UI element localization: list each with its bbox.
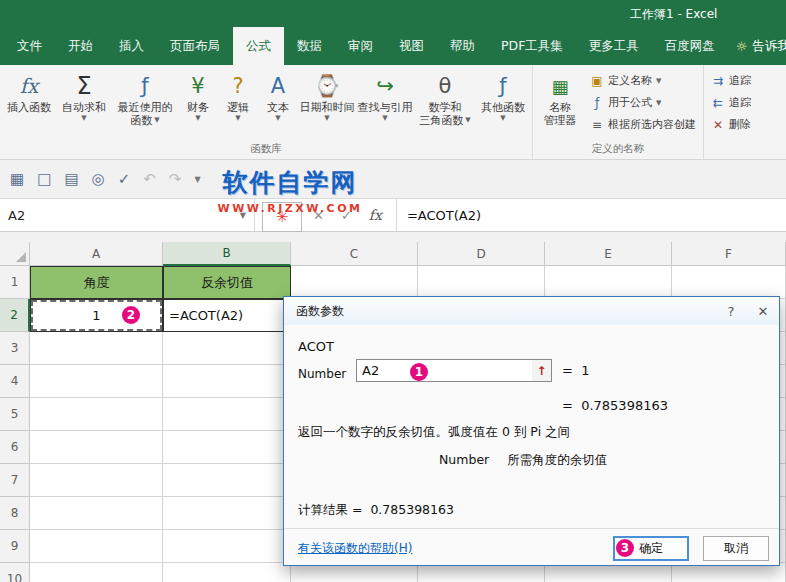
collapse-dialog-button[interactable]: ↑	[532, 359, 552, 382]
column-header-A[interactable]: A	[30, 242, 163, 266]
name-box[interactable]: A2 ▼	[0, 199, 255, 231]
cell-F1[interactable]	[672, 266, 786, 299]
tell-me[interactable]: ☼ 告诉我	[728, 27, 786, 65]
cancel-entry-icon[interactable]: ✕	[313, 208, 324, 223]
cell-B6[interactable]	[163, 431, 291, 464]
tab-data[interactable]: 数据	[284, 27, 335, 65]
row-header-7[interactable]: 7	[0, 464, 30, 497]
recently-used-button[interactable]: ƒ 最近使用的 函数▼	[112, 66, 178, 141]
cell-A7[interactable]	[30, 464, 163, 497]
cell-B9[interactable]	[163, 530, 291, 563]
cell-B2[interactable]: =ACOT(A2)	[163, 299, 291, 332]
text-functions-button[interactable]: A 文本 ▼	[258, 66, 298, 141]
cell-A9[interactable]	[30, 530, 163, 563]
cell-B8[interactable]	[163, 497, 291, 530]
use-in-formula-label: 用于公式	[608, 95, 652, 110]
more-functions-button[interactable]: ƒ 其他函数 ▼	[476, 66, 530, 141]
column-header-E[interactable]: E	[545, 242, 672, 266]
undo-icon[interactable]: ↶	[143, 170, 156, 188]
row-header-5[interactable]: 5	[0, 398, 30, 431]
formula-bar-input[interactable]: =ACOT(A2)	[407, 208, 481, 223]
tab-review[interactable]: 审阅	[335, 27, 386, 65]
cell-B3[interactable]	[163, 332, 291, 365]
column-header-D[interactable]: D	[418, 242, 545, 266]
cell-B10[interactable]	[163, 563, 291, 582]
tab-pdf-tools[interactable]: PDF工具集	[488, 27, 576, 65]
row-header-9[interactable]: 9	[0, 530, 30, 563]
tab-help[interactable]: 帮助	[437, 27, 488, 65]
dropdown-arrow-icon: ▼	[275, 114, 280, 123]
new-document-icon[interactable]: □	[37, 170, 51, 188]
tab-home[interactable]: 开始	[55, 27, 106, 65]
row-header-2[interactable]: 2	[0, 299, 30, 332]
sigma-icon: Σ	[76, 71, 91, 101]
autosum-button[interactable]: Σ 自动求和 ▼	[56, 66, 112, 141]
cell-C1[interactable]	[291, 266, 418, 299]
row-header-8[interactable]: 8	[0, 497, 30, 530]
cell-D1[interactable]	[418, 266, 545, 299]
select-all-corner[interactable]	[0, 242, 30, 266]
create-from-selection-button[interactable]: ≡ 根据所选内容创建	[587, 116, 699, 133]
cell-E1[interactable]	[545, 266, 672, 299]
save-icon[interactable]: ▦	[10, 170, 24, 188]
cell-B1[interactable]: 反余切值	[163, 266, 291, 299]
cell-A3[interactable]	[30, 332, 163, 365]
column-header-C[interactable]: C	[291, 242, 418, 266]
row-header-1[interactable]: 1	[0, 266, 30, 299]
insert-function-fx-icon[interactable]: fx	[369, 207, 382, 223]
define-name-button[interactable]: ▣ 定义名称 ▼	[587, 72, 699, 89]
cell-A5[interactable]	[30, 398, 163, 431]
column-header-F[interactable]: F	[672, 242, 786, 266]
trace-dependents-button[interactable]: ⇇ 追踪	[708, 94, 754, 111]
tab-insert[interactable]: 插入	[106, 27, 157, 65]
cell-B4[interactable]	[163, 365, 291, 398]
date-time-button[interactable]: ⌚ 日期和时间 ▼	[298, 66, 356, 141]
cell-B5[interactable]	[163, 398, 291, 431]
row-header-3[interactable]: 3	[0, 332, 30, 365]
cell-B7[interactable]	[163, 464, 291, 497]
cell-A6[interactable]	[30, 431, 163, 464]
spellcheck-icon[interactable]: ✓	[118, 170, 131, 188]
column-header-B[interactable]: B	[163, 242, 291, 266]
param-help-line: Number 所需角度的余切值	[439, 452, 607, 469]
tab-more-tools[interactable]: 更多工具	[576, 27, 652, 65]
tab-formulas[interactable]: 公式	[233, 27, 284, 65]
dialog-help-button[interactable]: ?	[715, 297, 747, 325]
number-argument-input[interactable]: A2	[356, 359, 533, 382]
dialog-close-button[interactable]: ✕	[747, 297, 779, 325]
row-header-4[interactable]: 4	[0, 365, 30, 398]
qat-customize-icon[interactable]: ▼	[194, 175, 200, 184]
trace-precedents-label: 追踪	[729, 73, 751, 88]
name-box-dropdown-icon[interactable]: ▼	[240, 211, 246, 220]
row-header-6[interactable]: 6	[0, 431, 30, 464]
print-preview-icon[interactable]: ◎	[92, 170, 105, 188]
row-header-10[interactable]: 10	[0, 563, 30, 582]
group-label-defined-names: 定义的名称	[535, 141, 701, 159]
tab-file[interactable]: 文件	[4, 27, 55, 65]
cell-A4[interactable]	[30, 365, 163, 398]
name-manager-button[interactable]: ▦ 名称 管理器	[535, 66, 585, 141]
tab-page-layout[interactable]: 页面布局	[157, 27, 233, 65]
function-help-link[interactable]: 有关该函数的帮助(H)	[298, 540, 412, 557]
remove-arrows-button[interactable]: ✕ 删除	[708, 116, 754, 133]
confirm-entry-icon[interactable]: ✓	[341, 208, 352, 223]
math-trig-button[interactable]: θ 数学和 三角函数▼	[414, 66, 476, 141]
logical-button[interactable]: ? 逻辑 ▼	[218, 66, 258, 141]
cancel-button[interactable]: 取消	[703, 536, 769, 561]
redo-icon[interactable]: ↷	[169, 170, 182, 188]
trace-precedents-button[interactable]: ⇉ 追踪	[708, 72, 754, 89]
insert-function-button[interactable]: fx 插入函数	[2, 66, 56, 141]
tab-baidu-netdisk[interactable]: 百度网盘	[652, 27, 728, 65]
cell-A8[interactable]	[30, 497, 163, 530]
dialog-title-bar[interactable]: 函数参数 ? ✕	[284, 297, 779, 325]
use-in-formula-button[interactable]: ƒ 用于公式 ▼	[587, 94, 699, 111]
cell-A2[interactable]: 1	[30, 299, 163, 332]
financial-button[interactable]: ¥ 财务 ▼	[178, 66, 218, 141]
clock-icon: ⌚	[314, 71, 340, 101]
print-icon[interactable]: ▤	[64, 170, 78, 188]
lookup-reference-button[interactable]: ↪ 查找与引用 ▼	[356, 66, 414, 141]
text-functions-label: 文本	[267, 101, 289, 114]
cell-A1[interactable]: 角度	[30, 266, 163, 299]
cell-A10[interactable]	[30, 563, 163, 582]
tab-view[interactable]: 视图	[386, 27, 437, 65]
